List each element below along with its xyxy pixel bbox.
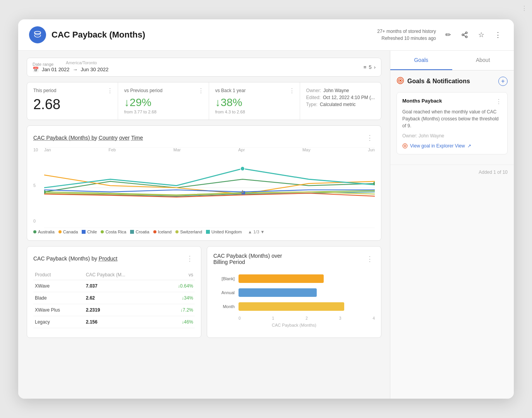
calendar-icon: 📅 — [33, 67, 39, 72]
product-change: ↓0.64% — [161, 280, 195, 292]
vs-previous-value: ↓29% — [124, 96, 203, 109]
col-product-header: Product — [33, 270, 84, 280]
chart-dimension2: Time — [131, 135, 143, 141]
goal-link-text: View goal in Explorer View — [410, 143, 465, 149]
add-goal-button[interactable]: + — [498, 77, 508, 86]
product-name: Blade — [33, 292, 84, 304]
this-period-label: This period — [33, 88, 112, 93]
product-value: 7.037 — [84, 280, 161, 292]
this-period-menu[interactable]: ⋮ — [107, 87, 113, 94]
chart-title: CAC Payback (Months) by Country over Tim… — [33, 132, 375, 144]
col-metric-header: CAC Payback (M... — [84, 270, 161, 280]
col-vs-header: vs — [161, 270, 195, 280]
svg-point-0 — [34, 31, 41, 34]
bar-label-month: Month — [213, 304, 235, 309]
this-period-card: This period 2.68 ⋮ — [27, 82, 118, 120]
chart-y-axis: 10 5 0 — [33, 147, 43, 225]
bar-chart-more[interactable]: ⋮ — [365, 253, 375, 265]
bar-track-annual — [239, 288, 375, 297]
vs-year-label: vs Back 1 year — [215, 88, 293, 93]
favorite-button[interactable]: ☆ — [477, 29, 486, 41]
legend-chile: Chile — [82, 230, 97, 234]
bar-fill-annual — [239, 288, 317, 297]
owner-value: John Wayne — [323, 88, 349, 93]
vs-year-value: ↓38% — [215, 96, 293, 109]
bar-x-4: 4 — [372, 316, 375, 320]
bar-track-blank — [239, 274, 375, 283]
bar-fill-blank — [239, 274, 324, 283]
page-title: CAC Payback (Months) — [51, 30, 145, 40]
header-right: 27+ months of stored history Refreshed 1… — [377, 28, 503, 42]
tab-goals[interactable]: Goals — [390, 51, 452, 70]
owner-label: Owner: — [306, 88, 321, 93]
goal-description: Goal reached when the monthly value of C… — [402, 108, 502, 129]
more-options-button[interactable]: ⋮ — [493, 29, 503, 41]
legend-australia: Australia — [33, 230, 55, 234]
vs-previous-card: vs Previous period ↓29% from 3.77 to 2.6… — [118, 82, 209, 120]
svg-point-3 — [465, 36, 467, 38]
vs-year-menu[interactable]: ⋮ — [289, 87, 295, 94]
external-link-icon: ↗ — [467, 143, 471, 149]
chart-title-text: CAC Payback (Months) by Country over Tim… — [33, 135, 143, 141]
bar-x-labels: 0 1 2 3 4 — [213, 316, 375, 320]
goal-menu-button[interactable]: ⋮ — [496, 98, 502, 105]
header-left: CAC Payback (Months) — [29, 26, 145, 43]
filter-button[interactable]: ≡ 5 › — [364, 64, 376, 70]
app-window: CAC Payback (Months) 27+ months of store… — [18, 19, 514, 399]
edit-button[interactable]: ✏ — [444, 29, 453, 41]
chevron-right-icon: › — [374, 64, 376, 70]
goal-card-header: Months Payback ⋮ — [402, 98, 502, 105]
left-panel: Date range 📅 Jan 01 2022 → Jun 30 2022 A… — [18, 51, 390, 399]
legend-pagination: ▲ 1/3 ▼ — [248, 230, 264, 234]
bar-row-annual: Annual — [213, 288, 375, 297]
product-value: 2.2319 — [84, 304, 161, 316]
date-to: Jun 30 2022 — [81, 67, 109, 72]
share-button[interactable] — [460, 30, 470, 40]
product-value: 2.156 — [84, 316, 161, 328]
vs-year-card: vs Back 1 year ↓38% from 4.3 to 2.68 ⋮ — [209, 82, 300, 120]
type-row: Type: Calculated metric — [306, 102, 375, 107]
product-change: ↓34% — [161, 292, 195, 304]
svg-point-17 — [403, 144, 407, 148]
product-change: ↓7.2% — [161, 304, 195, 316]
product-data-table: Product CAC Payback (M... vs XWave 7.037… — [33, 270, 195, 328]
owner-row: Owner: John Wayne — [306, 88, 375, 93]
timezone-label: America/Toronto — [66, 60, 97, 65]
metric-cards: This period 2.68 ⋮ vs Previous period ↓2… — [27, 82, 381, 120]
chart-more-button[interactable]: ⋮ — [365, 132, 375, 144]
goals-icon — [396, 77, 404, 86]
bar-axis-label: CAC Payback (Months) — [213, 323, 375, 327]
vs-previous-menu[interactable]: ⋮ — [198, 87, 204, 94]
vs-previous-sub: from 3.77 to 2.68 — [124, 110, 203, 114]
svg-point-16 — [400, 80, 401, 81]
product-table-more[interactable]: ⋮ — [185, 253, 195, 264]
bar-title-text: CAC Payback (Months) over Billing Period — [213, 253, 282, 265]
vs-previous-change: ↓29% from 3.77 to 2.68 — [124, 96, 203, 114]
bar-fill-month — [239, 302, 344, 311]
arrow-icon: → — [73, 67, 78, 72]
metric-info-card: Owner: John Wayne Edited: Oct 12, 2022 4… — [300, 82, 381, 120]
header-meta: 27+ months of stored history Refreshed 1… — [377, 28, 436, 42]
line-chart-section: CAC Payback (Months) by Country over Tim… — [27, 125, 381, 241]
table-row: Legacy 2.156 ↓46% — [33, 316, 195, 328]
main-content: Date range 📅 Jan 01 2022 → Jun 30 2022 A… — [18, 51, 514, 399]
svg-point-1 — [465, 32, 467, 34]
app-logo — [29, 26, 46, 43]
svg-point-11 — [240, 166, 245, 171]
product-name: Legacy — [33, 316, 84, 328]
this-period-value: 2.68 — [33, 96, 112, 113]
view-goal-link[interactable]: View goal in Explorer View ↗ — [402, 143, 502, 149]
bottom-sections: CAC Payback (Months) by Product ⋮ Produc… — [27, 246, 381, 338]
table-row: XWave 7.037 ↓0.64% — [33, 280, 195, 292]
legend-costa-rica: Costa Rica — [101, 230, 126, 234]
right-panel: Goals About Goals & Notifications — [390, 51, 514, 399]
table-row: XWave Plus 2.2319 ↓7.2% — [33, 304, 195, 316]
chart-dimension: Country — [99, 135, 118, 141]
edited-value: Oct 12, 2022 4:10 PM (... — [323, 95, 375, 100]
svg-line-5 — [463, 33, 465, 34]
tab-about[interactable]: About — [452, 51, 514, 70]
goal-name: Months Payback — [402, 98, 442, 104]
legend-canada: Canada — [58, 230, 78, 234]
product-value: 2.62 — [84, 292, 161, 304]
product-title-text: CAC Payback (Months) by Product — [33, 255, 117, 262]
